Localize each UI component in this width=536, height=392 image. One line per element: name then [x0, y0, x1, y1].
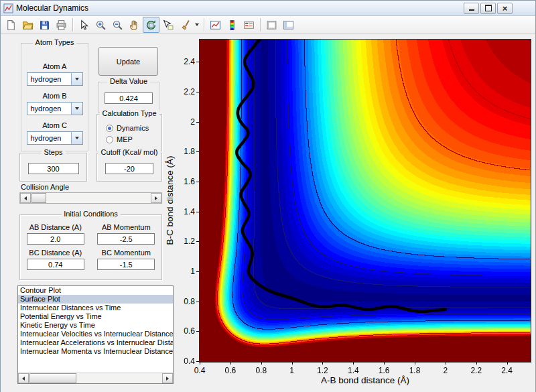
listbox-scroll-track[interactable]: [29, 373, 162, 383]
x-tick-mark: [322, 362, 323, 365]
brush-dropdown-arrow[interactable]: [193, 17, 201, 33]
open-file-button[interactable]: [19, 17, 36, 33]
update-button[interactable]: Update: [98, 47, 158, 76]
ab-distance-input[interactable]: [27, 233, 84, 245]
y-tick-mark: [196, 302, 199, 302]
dropdown-arrow-button[interactable]: [71, 103, 82, 115]
bc-distance-label: BC Distance (A): [29, 249, 82, 257]
rotate-3d-button[interactable]: [143, 17, 159, 33]
insert-colorbar-icon: [226, 19, 238, 31]
plot-type-listbox[interactable]: Contour PlotSurface PlotInternuclear Dis…: [17, 285, 174, 384]
zoom-in-icon: [95, 19, 107, 31]
initial-conditions-grid: AB Distance (A)AB MomentumBC Distance (A…: [20, 215, 161, 270]
link-plot-button[interactable]: [207, 17, 224, 33]
collision-angle-slider[interactable]: [19, 192, 162, 204]
caret-down-icon: [75, 137, 79, 139]
hide-plot-tools-button[interactable]: [263, 17, 280, 33]
figure-content: Atom Types Atom AhydrogenAtom BhydrogenA…: [1, 34, 535, 392]
y-tick-label: 0.6: [161, 326, 195, 336]
edit-plot-button[interactable]: [76, 17, 92, 33]
y-tick-label: 1.8: [161, 147, 195, 156]
title-bar[interactable]: Molecular Dynamics: [1, 1, 535, 16]
atom-b-label: Atom B: [42, 92, 66, 100]
x-tick-label: 0.4: [190, 366, 210, 375]
ab-distance-label: AB Distance (A): [29, 223, 82, 231]
open-file-icon: [22, 19, 34, 31]
listbox-hscrollbar[interactable]: [18, 373, 173, 383]
atom-types-panel: Atom Types Atom AhydrogenAtom BhydrogenA…: [21, 43, 88, 151]
bc-momentum-input[interactable]: [97, 259, 155, 270]
list-item[interactable]: Kinetic Energy vs Time: [18, 321, 173, 330]
window-controls: [464, 3, 513, 14]
window-title: Molecular Dynamics: [16, 3, 464, 13]
minimize-button[interactable]: [464, 3, 479, 14]
radio-icon: [106, 136, 113, 143]
listbox-scroll-thumb[interactable]: [29, 373, 76, 383]
delta-value-input[interactable]: [105, 92, 153, 104]
list-item[interactable]: Internuclear Velocities vs Internuclear …: [18, 330, 173, 338]
dropdown-arrow-button[interactable]: [71, 73, 82, 85]
y-tick-label: 2: [161, 117, 195, 127]
slider-left-arrow-button[interactable]: [20, 193, 31, 203]
list-item[interactable]: Surface Plot: [18, 295, 173, 304]
toolbar-separator: [260, 18, 261, 31]
y-tick-label: 1.2: [161, 237, 195, 246]
print-figure-button[interactable]: [53, 17, 70, 33]
x-tick-mark: [415, 362, 415, 365]
atom-a-combobox[interactable]: hydrogen: [27, 72, 83, 86]
x-tick-mark: [507, 362, 508, 365]
close-button[interactable]: [497, 3, 513, 14]
list-item[interactable]: Internuclear Accelerations vs Internucle…: [18, 338, 173, 347]
x-tick-label: 0.6: [220, 366, 241, 375]
bc-distance-field: BC Distance (A): [20, 249, 91, 270]
cutoff-input[interactable]: [105, 163, 153, 174]
axes-area[interactable]: [199, 39, 531, 363]
radio-mep[interactable]: MEP: [106, 135, 161, 143]
data-cursor-button[interactable]: [159, 17, 176, 33]
caret-down-icon: [195, 23, 199, 26]
zoom-in-button[interactable]: [92, 17, 109, 33]
show-plot-tools-button[interactable]: [280, 17, 297, 33]
x-tick-label: 1: [282, 366, 302, 375]
maximize-button[interactable]: [480, 3, 496, 14]
steps-panel: Steps: [19, 153, 87, 182]
pan-button[interactable]: [126, 17, 143, 33]
y-tick-mark: [196, 271, 199, 272]
maximize-icon: [485, 5, 492, 11]
ab-momentum-label: AB Momentum: [102, 223, 151, 231]
atom-c-combobox[interactable]: hydrogen: [27, 131, 83, 145]
x-tick-label: 2: [436, 366, 456, 375]
x-tick-mark: [200, 362, 200, 365]
zoom-out-button[interactable]: [109, 17, 126, 33]
pes-contour-canvas[interactable]: [200, 40, 531, 362]
brush-button[interactable]: [176, 17, 193, 33]
save-figure-button[interactable]: [36, 17, 53, 33]
x-tick-mark: [446, 362, 446, 365]
slider-thumb[interactable]: [31, 193, 46, 203]
print-figure-icon: [56, 19, 67, 31]
steps-input[interactable]: [28, 163, 79, 174]
caret-down-icon: [75, 78, 79, 80]
listbox-scroll-right-button[interactable]: [162, 373, 173, 383]
calculation-type-title: Calculation Type: [99, 109, 159, 117]
plot-type-list-items: Contour PlotSurface PlotInternuclear Dis…: [18, 286, 173, 373]
slider-track[interactable]: [31, 193, 151, 203]
new-figure-button[interactable]: [3, 17, 19, 33]
list-item[interactable]: Internuclear Distances vs Time: [18, 304, 173, 312]
listbox-scroll-left-button[interactable]: [18, 373, 29, 383]
dropdown-arrow-button[interactable]: [71, 132, 82, 144]
list-item[interactable]: Potential Energy vs Time: [18, 312, 173, 321]
arrow-left-icon: [22, 377, 25, 381]
bc-distance-input[interactable]: [27, 259, 84, 270]
insert-legend-icon: [243, 19, 255, 31]
toolbar-separator: [204, 18, 204, 31]
atom-b-combobox[interactable]: hydrogen: [27, 102, 83, 115]
ab-momentum-input[interactable]: [97, 233, 155, 245]
ab-momentum-field: AB Momentum: [91, 223, 162, 245]
list-item[interactable]: Contour Plot: [18, 286, 173, 295]
insert-colorbar-button[interactable]: [224, 17, 241, 33]
slider-right-arrow-button[interactable]: [151, 193, 161, 203]
insert-legend-button[interactable]: [241, 17, 257, 33]
list-item[interactable]: Internuclear Momenta vs Internuclear Dis…: [18, 347, 173, 356]
radio-dynamics[interactable]: Dynamics: [106, 124, 161, 132]
